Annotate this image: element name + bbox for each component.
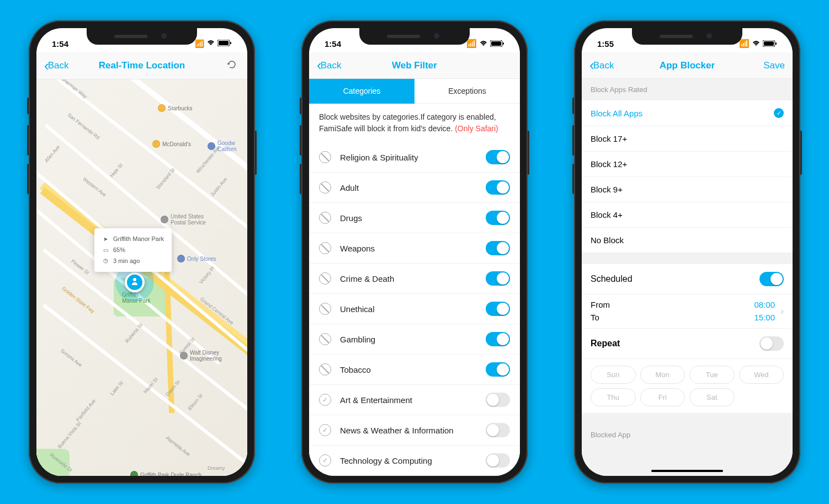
- map-view[interactable]: Sherman Way San Fernando Rd Western Ave …: [36, 79, 247, 476]
- category-toggle[interactable]: [486, 150, 510, 164]
- block-icon: [319, 272, 331, 285]
- battery-small-icon: ▭: [102, 245, 109, 255]
- poi-disney: Walt Disney Imagineering: [180, 350, 222, 362]
- category-label: Drugs: [340, 213, 477, 223]
- poi-usps: United States Postal Service: [161, 213, 206, 226]
- category-row: Tobacco: [309, 355, 520, 385]
- category-label: Tobacco: [340, 365, 477, 374]
- block-option[interactable]: Block 9+: [582, 177, 793, 202]
- category-toggle[interactable]: [486, 453, 510, 468]
- wifi-icon: [752, 39, 761, 49]
- block-option[interactable]: Block 12+: [582, 152, 793, 177]
- status-time: 1:55: [597, 39, 614, 49]
- poi-onlystores: Only Stores: [177, 255, 216, 262]
- notch: [632, 28, 742, 45]
- category-row: Religion & Spirituality: [309, 142, 520, 173]
- poi-starbucks: Starbucks: [158, 104, 192, 112]
- block-icon: [319, 363, 331, 376]
- svg-rect-8: [764, 41, 774, 46]
- block-icon: [319, 333, 331, 345]
- day-chip[interactable]: Sat: [689, 388, 735, 406]
- check-icon: [319, 454, 331, 467]
- location-pin[interactable]: [125, 272, 145, 292]
- poi-mcdonalds: McDonald's: [152, 140, 191, 148]
- day-chip[interactable]: Wed: [739, 366, 784, 384]
- signal-icon: 📶: [739, 39, 750, 49]
- refresh-button[interactable]: [224, 57, 240, 74]
- block-icon: [319, 151, 331, 163]
- category-row: Unethical: [309, 294, 520, 324]
- svg-point-3: [133, 278, 136, 281]
- day-chip[interactable]: Mon: [640, 366, 685, 384]
- poi-dude-ranch: Griffith Park Dude Ranch: [130, 471, 201, 476]
- wifi-icon: [479, 39, 488, 49]
- wifi-icon: [206, 39, 215, 48]
- scheduled-row: Scheduled: [582, 264, 793, 294]
- phone-frame-location: 1:54 📶 ‹ Back Real-Time Location: [29, 20, 255, 484]
- scheduled-label: Scheduled: [591, 274, 633, 284]
- day-chip[interactable]: Sun: [591, 366, 636, 384]
- category-toggle[interactable]: [486, 180, 510, 195]
- option-label: Block All Apps: [591, 109, 642, 118]
- notch: [87, 28, 197, 45]
- svg-rect-5: [491, 41, 501, 46]
- category-row: News & Weather & Information: [309, 415, 520, 446]
- tab-exceptions[interactable]: Exceptions: [415, 79, 520, 104]
- category-toggle[interactable]: [486, 302, 510, 316]
- category-row: Gambling: [309, 324, 520, 355]
- option-label: No Block: [591, 235, 624, 245]
- category-toggle[interactable]: [486, 241, 510, 255]
- day-chip[interactable]: Fri: [640, 388, 685, 406]
- save-button[interactable]: Save: [763, 60, 785, 71]
- option-label: Block 17+: [591, 134, 627, 143]
- status-time: 1:54: [52, 39, 68, 49]
- category-toggle[interactable]: [486, 271, 510, 286]
- nav-bar: ‹ Back Web Filter: [309, 52, 520, 79]
- back-button[interactable]: ‹ Back: [589, 57, 614, 74]
- category-label: Art & Entertainment: [340, 395, 477, 405]
- block-options-list: Block All Apps✓Block 17+Block 12+Block 9…: [582, 100, 793, 253]
- block-option[interactable]: No Block: [582, 228, 793, 253]
- from-time: 08:00: [754, 299, 775, 312]
- category-label: Adult: [340, 183, 477, 192]
- battery-icon: [490, 39, 504, 49]
- day-chip[interactable]: Thu: [591, 388, 636, 406]
- category-row: Adult: [309, 173, 520, 203]
- person-icon: [130, 277, 139, 288]
- block-icon: [319, 242, 331, 254]
- category-toggle[interactable]: [486, 332, 510, 346]
- category-row: Crime & Death: [309, 264, 520, 294]
- to-label: To: [591, 312, 754, 324]
- check-badge-icon: ✓: [774, 108, 784, 118]
- block-option[interactable]: Block 17+: [582, 126, 793, 152]
- tab-categories[interactable]: Categories: [309, 79, 415, 104]
- category-toggle[interactable]: [486, 211, 510, 225]
- category-row: Art & Entertainment: [309, 385, 520, 415]
- from-label: From: [591, 299, 754, 312]
- back-button[interactable]: ‹ Back: [317, 57, 341, 74]
- block-option[interactable]: Block 4+: [582, 202, 793, 228]
- scheduled-toggle[interactable]: [759, 272, 784, 286]
- option-label: Block 9+: [591, 185, 623, 194]
- time-range-row[interactable]: From To 08:00 15:00 ›: [582, 294, 793, 329]
- clock-icon: ◷: [102, 256, 109, 266]
- road-label: Dreamy: [208, 465, 225, 471]
- section-header-rated: Block Apps Rated: [582, 79, 793, 100]
- location-info-card: ➤Griffith Manor Park ▭65% ◷3 min ago: [94, 228, 172, 272]
- back-button[interactable]: ‹ Back: [44, 57, 68, 74]
- location-arrow-icon: ➤: [102, 234, 109, 244]
- block-option[interactable]: Block All Apps✓: [582, 100, 793, 126]
- chevron-right-icon: ›: [780, 305, 784, 317]
- home-indicator[interactable]: [651, 470, 723, 472]
- category-toggle[interactable]: [486, 423, 510, 437]
- battery-icon: [217, 39, 232, 48]
- repeat-toggle[interactable]: [759, 336, 784, 351]
- nav-title: App Blocker: [660, 60, 715, 71]
- category-toggle[interactable]: [486, 362, 510, 377]
- svg-rect-6: [503, 42, 504, 45]
- nav-title: Real-Time Location: [99, 60, 185, 71]
- category-label: Religion & Spirituality: [340, 153, 477, 162]
- repeat-row: Repeat: [582, 329, 793, 359]
- day-chip[interactable]: Tue: [689, 366, 735, 384]
- category-toggle[interactable]: [486, 393, 510, 407]
